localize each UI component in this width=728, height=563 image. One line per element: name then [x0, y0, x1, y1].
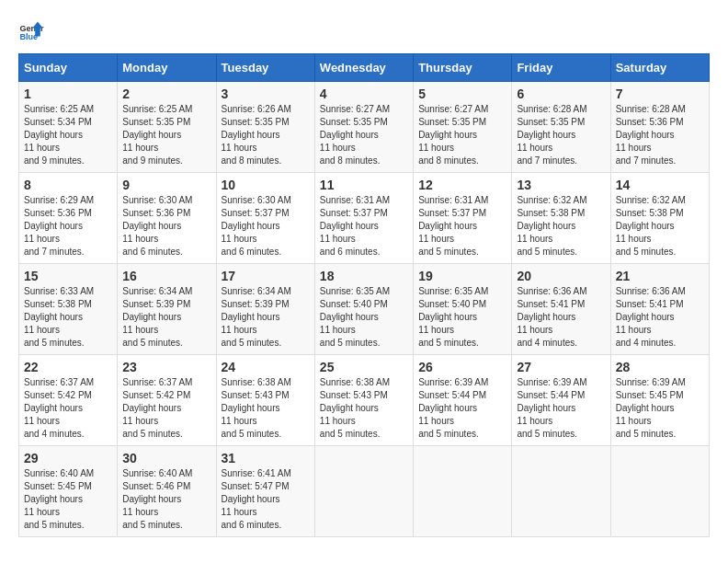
day-number: 6	[517, 86, 605, 101]
day-info: Sunrise: 6:38 AM Sunset: 5:43 PM Dayligh…	[320, 376, 408, 441]
table-row: 6 Sunrise: 6:28 AM Sunset: 5:35 PM Dayli…	[512, 82, 610, 173]
day-number: 18	[320, 269, 408, 283]
col-header-monday: Monday	[118, 54, 216, 82]
table-row	[512, 446, 610, 537]
table-row: 4 Sunrise: 6:27 AM Sunset: 5:35 PM Dayli…	[314, 82, 413, 173]
logo: General Blue	[18, 18, 44, 44]
day-info: Sunrise: 6:28 AM Sunset: 5:35 PM Dayligh…	[517, 103, 605, 167]
day-info: Sunrise: 6:40 AM Sunset: 5:45 PM Dayligh…	[24, 467, 112, 532]
day-info: Sunrise: 6:27 AM Sunset: 5:35 PM Dayligh…	[418, 103, 506, 167]
day-info: Sunrise: 6:32 AM Sunset: 5:38 PM Dayligh…	[616, 194, 704, 259]
logo-icon: General Blue	[18, 18, 44, 44]
day-info: Sunrise: 6:39 AM Sunset: 5:44 PM Dayligh…	[418, 376, 506, 441]
day-info: Sunrise: 6:30 AM Sunset: 5:36 PM Dayligh…	[122, 194, 210, 259]
day-info: Sunrise: 6:25 AM Sunset: 5:35 PM Dayligh…	[122, 103, 210, 167]
day-number: 14	[616, 178, 704, 192]
day-number: 15	[24, 269, 112, 283]
col-header-wednesday: Wednesday	[314, 54, 413, 82]
day-number: 24	[222, 360, 310, 374]
day-number: 19	[418, 269, 506, 283]
day-number: 8	[24, 178, 112, 192]
table-row: 14 Sunrise: 6:32 AM Sunset: 5:38 PM Dayl…	[610, 173, 709, 264]
col-header-thursday: Thursday	[414, 54, 512, 82]
table-row: 21 Sunrise: 6:36 AM Sunset: 5:41 PM Dayl…	[610, 264, 709, 355]
day-info: Sunrise: 6:36 AM Sunset: 5:41 PM Dayligh…	[517, 285, 605, 350]
table-row: 28 Sunrise: 6:39 AM Sunset: 5:45 PM Dayl…	[610, 355, 709, 446]
table-row: 17 Sunrise: 6:34 AM Sunset: 5:39 PM Dayl…	[216, 264, 314, 355]
day-info: Sunrise: 6:34 AM Sunset: 5:39 PM Dayligh…	[222, 285, 310, 350]
day-number: 29	[24, 451, 112, 465]
day-number: 22	[24, 360, 112, 374]
day-info: Sunrise: 6:40 AM Sunset: 5:46 PM Dayligh…	[122, 467, 210, 532]
table-row: 2 Sunrise: 6:25 AM Sunset: 5:35 PM Dayli…	[118, 82, 216, 173]
day-number: 21	[616, 269, 704, 283]
day-info: Sunrise: 6:28 AM Sunset: 5:36 PM Dayligh…	[616, 103, 704, 167]
day-number: 31	[222, 451, 310, 465]
day-info: Sunrise: 6:34 AM Sunset: 5:39 PM Dayligh…	[122, 285, 210, 350]
day-info: Sunrise: 6:37 AM Sunset: 5:42 PM Dayligh…	[24, 376, 112, 441]
col-header-saturday: Saturday	[610, 54, 709, 82]
day-number: 1	[24, 86, 112, 101]
day-number: 12	[418, 178, 506, 192]
table-row: 23 Sunrise: 6:37 AM Sunset: 5:42 PM Dayl…	[118, 355, 216, 446]
day-number: 26	[418, 360, 506, 374]
day-info: Sunrise: 6:39 AM Sunset: 5:45 PM Dayligh…	[616, 376, 704, 441]
table-row: 15 Sunrise: 6:33 AM Sunset: 5:38 PM Dayl…	[19, 264, 118, 355]
day-number: 10	[222, 178, 310, 192]
table-row: 12 Sunrise: 6:31 AM Sunset: 5:37 PM Dayl…	[414, 173, 512, 264]
table-row: 7 Sunrise: 6:28 AM Sunset: 5:36 PM Dayli…	[610, 82, 709, 173]
page-header: General Blue	[18, 18, 710, 44]
table-row: 22 Sunrise: 6:37 AM Sunset: 5:42 PM Dayl…	[19, 355, 118, 446]
table-row: 27 Sunrise: 6:39 AM Sunset: 5:44 PM Dayl…	[512, 355, 610, 446]
day-number: 13	[517, 178, 605, 192]
day-number: 25	[320, 360, 408, 374]
table-row: 31 Sunrise: 6:41 AM Sunset: 5:47 PM Dayl…	[216, 446, 314, 537]
day-info: Sunrise: 6:27 AM Sunset: 5:35 PM Dayligh…	[320, 103, 408, 167]
table-row: 29 Sunrise: 6:40 AM Sunset: 5:45 PM Dayl…	[19, 446, 118, 537]
day-number: 20	[517, 269, 605, 283]
day-info: Sunrise: 6:39 AM Sunset: 5:44 PM Dayligh…	[517, 376, 605, 441]
table-row: 8 Sunrise: 6:29 AM Sunset: 5:36 PM Dayli…	[19, 173, 118, 264]
table-row	[414, 446, 512, 537]
day-info: Sunrise: 6:25 AM Sunset: 5:34 PM Dayligh…	[24, 103, 112, 167]
day-info: Sunrise: 6:35 AM Sunset: 5:40 PM Dayligh…	[320, 285, 408, 350]
table-row: 24 Sunrise: 6:38 AM Sunset: 5:43 PM Dayl…	[216, 355, 314, 446]
day-info: Sunrise: 6:31 AM Sunset: 5:37 PM Dayligh…	[320, 194, 408, 259]
day-number: 2	[122, 86, 210, 101]
day-info: Sunrise: 6:30 AM Sunset: 5:37 PM Dayligh…	[222, 194, 310, 259]
day-number: 9	[122, 178, 210, 192]
day-info: Sunrise: 6:35 AM Sunset: 5:40 PM Dayligh…	[418, 285, 506, 350]
day-number: 3	[222, 86, 310, 101]
calendar-table: SundayMondayTuesdayWednesdayThursdayFrid…	[18, 53, 710, 537]
table-row: 5 Sunrise: 6:27 AM Sunset: 5:35 PM Dayli…	[414, 82, 512, 173]
table-row: 26 Sunrise: 6:39 AM Sunset: 5:44 PM Dayl…	[414, 355, 512, 446]
table-row: 30 Sunrise: 6:40 AM Sunset: 5:46 PM Dayl…	[118, 446, 216, 537]
day-info: Sunrise: 6:32 AM Sunset: 5:38 PM Dayligh…	[517, 194, 605, 259]
table-row: 11 Sunrise: 6:31 AM Sunset: 5:37 PM Dayl…	[314, 173, 413, 264]
table-row: 19 Sunrise: 6:35 AM Sunset: 5:40 PM Dayl…	[414, 264, 512, 355]
day-number: 17	[222, 269, 310, 283]
day-number: 4	[320, 86, 408, 101]
table-row: 3 Sunrise: 6:26 AM Sunset: 5:35 PM Dayli…	[216, 82, 314, 173]
table-row: 20 Sunrise: 6:36 AM Sunset: 5:41 PM Dayl…	[512, 264, 610, 355]
day-number: 11	[320, 178, 408, 192]
day-info: Sunrise: 6:33 AM Sunset: 5:38 PM Dayligh…	[24, 285, 112, 350]
table-row: 25 Sunrise: 6:38 AM Sunset: 5:43 PM Dayl…	[314, 355, 413, 446]
day-info: Sunrise: 6:26 AM Sunset: 5:35 PM Dayligh…	[222, 103, 310, 167]
table-row: 9 Sunrise: 6:30 AM Sunset: 5:36 PM Dayli…	[118, 173, 216, 264]
day-info: Sunrise: 6:31 AM Sunset: 5:37 PM Dayligh…	[418, 194, 506, 259]
day-info: Sunrise: 6:38 AM Sunset: 5:43 PM Dayligh…	[222, 376, 310, 441]
day-info: Sunrise: 6:37 AM Sunset: 5:42 PM Dayligh…	[122, 376, 210, 441]
table-row	[610, 446, 709, 537]
day-number: 16	[122, 269, 210, 283]
col-header-friday: Friday	[512, 54, 610, 82]
day-info: Sunrise: 6:29 AM Sunset: 5:36 PM Dayligh…	[24, 194, 112, 259]
table-row: 16 Sunrise: 6:34 AM Sunset: 5:39 PM Dayl…	[118, 264, 216, 355]
day-number: 30	[122, 451, 210, 465]
day-number: 27	[517, 360, 605, 374]
table-row: 13 Sunrise: 6:32 AM Sunset: 5:38 PM Dayl…	[512, 173, 610, 264]
col-header-sunday: Sunday	[19, 54, 118, 82]
svg-text:Blue: Blue	[19, 32, 38, 41]
day-number: 28	[616, 360, 704, 374]
day-number: 23	[122, 360, 210, 374]
